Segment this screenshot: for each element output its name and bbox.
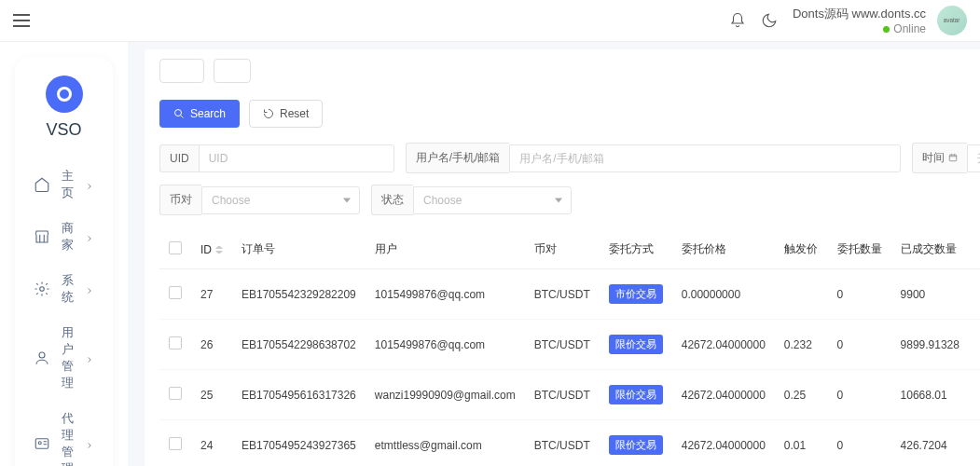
table-row: 26 EB1705542298638702 1015499876@qq.com …: [159, 320, 980, 370]
th-2: 用户: [366, 230, 525, 269]
sidebar-item-4[interactable]: 代理管理: [15, 401, 113, 466]
sidebar-item-3[interactable]: 用户管理: [15, 315, 113, 401]
user-input[interactable]: [509, 144, 901, 172]
th-1: 订单号: [232, 230, 366, 269]
table-row: 27 EB1705542329282209 1015499876@qq.com …: [159, 269, 980, 320]
svg-point-0: [40, 287, 45, 292]
gear-icon: [34, 281, 50, 297]
chevron-icon: [85, 439, 94, 448]
online-status: Online: [883, 22, 926, 35]
th-3: 币对: [525, 230, 600, 269]
tabs-placeholder: [159, 49, 980, 100]
th-checkbox[interactable]: [159, 230, 191, 269]
chevron-icon: [85, 180, 94, 189]
th-9: 预期交易额: [975, 230, 980, 269]
sidebar-item-0[interactable]: 主页: [15, 158, 113, 211]
th-6: 触发价: [775, 230, 828, 269]
row-checkbox: [169, 437, 182, 450]
svg-point-1: [39, 352, 45, 358]
avatar[interactable]: avatar: [937, 6, 967, 35]
chevron-icon: [85, 284, 94, 294]
svg-point-7: [175, 110, 182, 116]
th-0[interactable]: ID: [191, 230, 232, 269]
svg-point-3: [38, 442, 41, 445]
th-7: 委托数量: [828, 230, 891, 269]
online-dot-icon: [883, 26, 890, 33]
status-select[interactable]: [413, 186, 572, 214]
mode-tag: 限价交易: [609, 335, 663, 354]
search-button[interactable]: Search: [159, 100, 240, 128]
status-filter: 状态: [371, 185, 572, 215]
th-5: 委托价格: [672, 230, 775, 269]
user-filter: 用户名/手机/邮箱: [406, 143, 902, 173]
time-filter: 时间 To: [912, 143, 980, 173]
uid-input[interactable]: [199, 144, 394, 172]
mode-tag: 限价交易: [609, 385, 663, 404]
pair-filter: 币对: [159, 185, 360, 215]
time-from-input[interactable]: [967, 144, 980, 172]
svg-rect-8: [949, 155, 957, 161]
table-row: 24 EB1705495243927365 etmttless@gmail.co…: [159, 420, 980, 467]
uid-filter: UID: [159, 143, 394, 173]
row-checkbox: [169, 387, 182, 400]
brand-text: Donts源码 www.donts.cc: [793, 6, 926, 22]
sidebar-item-1[interactable]: 商家: [15, 211, 113, 263]
menu-toggle-icon[interactable]: [13, 14, 30, 27]
row-checkbox: [169, 286, 182, 299]
pair-select[interactable]: [201, 186, 360, 214]
sidebar-item-2[interactable]: 系统: [15, 263, 113, 315]
logo: VSO: [15, 75, 113, 140]
bell-icon[interactable]: [729, 12, 746, 29]
th-4: 委托方式: [600, 230, 672, 269]
reset-button[interactable]: Reset: [249, 100, 323, 128]
chevron-icon: [85, 232, 94, 241]
id-icon: [34, 435, 50, 452]
chevron-icon: [85, 353, 94, 363]
user-icon: [34, 350, 50, 366]
sort-icon: [215, 246, 223, 254]
svg-rect-2: [35, 439, 48, 449]
table-row: 25 EB1705495616317326 wanzi19990909@gmai…: [159, 370, 980, 420]
row-checkbox: [169, 336, 182, 350]
th-8: 已成交数量: [891, 230, 975, 269]
mode-tag: 限价交易: [609, 435, 663, 455]
dark-mode-icon[interactable]: [761, 12, 778, 29]
store-icon: [34, 228, 50, 245]
home-icon: [34, 176, 50, 193]
orders-table: ID订单号用户币对委托方式委托价格触发价委托数量已成交数量预期交易额已成交额交易…: [159, 230, 980, 466]
mode-tag: 市价交易: [609, 284, 663, 304]
